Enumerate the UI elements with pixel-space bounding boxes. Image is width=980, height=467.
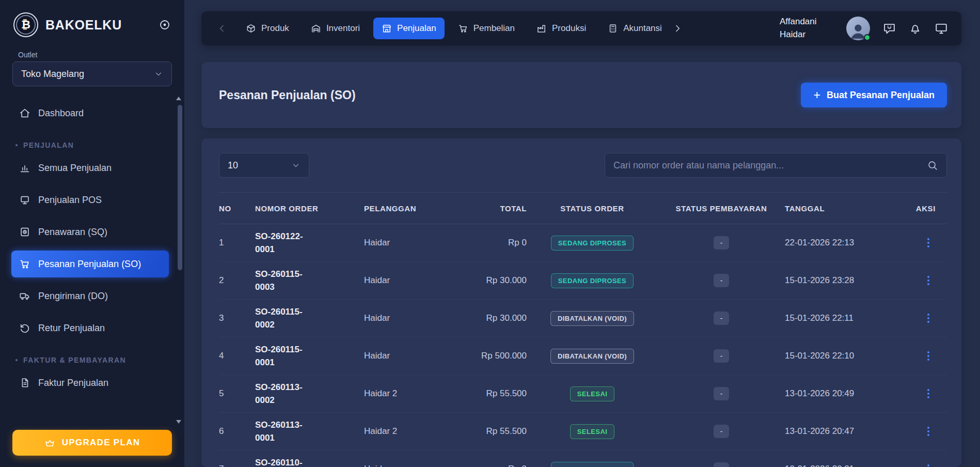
warehouse-icon (311, 23, 321, 34)
row-actions-kebab-icon[interactable] (924, 461, 932, 467)
module-nav: Produk Inventori Penjualan Pembelian Pro… (238, 18, 670, 39)
outlet-label: Outlet (18, 51, 172, 59)
outlet-select[interactable]: Toko Magelang (12, 61, 172, 86)
row-actions-kebab-icon[interactable] (924, 273, 932, 288)
cell-date: 22-01-2026 22:13 (785, 238, 904, 248)
row-actions-kebab-icon[interactable] (924, 235, 932, 251)
sidebar-item-pesanan-penjualan-so[interactable]: Pesanan Penjualan (SO) (11, 251, 169, 277)
section-label: FAKTUR & PEMBAYARAN (23, 356, 126, 364)
cell-customer: Haidar 2 (364, 426, 470, 437)
cell-date: 15-01-2026 22:10 (785, 351, 904, 361)
cell-date: 15-01-2026 23:28 (785, 275, 904, 286)
pos-terminal-icon (19, 194, 30, 206)
cart-icon (458, 23, 468, 34)
nav-item-label: Akuntansi (623, 23, 662, 34)
payment-status-badge: - (714, 312, 730, 325)
upgrade-plan-button[interactable]: UPGRADE PLAN (12, 430, 172, 456)
cell-order-number: SO-260122-0001 (255, 230, 317, 256)
order-status-badge: SELESAI (570, 424, 614, 439)
payment-status-badge: - (714, 462, 730, 467)
create-sales-order-button[interactable]: + Buat Pesanan Penjualan (801, 83, 947, 107)
sidebar-item-label: Retur Penjualan (38, 323, 105, 334)
nav-item-inventori[interactable]: Inventori (303, 18, 368, 39)
brand-logo-glyph: ₿ (21, 18, 30, 32)
nav-item-produk[interactable]: Produk (238, 18, 297, 39)
cell-order-number: SO-260113-0002 (255, 381, 317, 407)
outlet-block: Outlet Toko Magelang (12, 51, 172, 86)
cell-date: 13-01-2026 20:49 (785, 388, 904, 399)
col-header-tanggal: TANGGAL (785, 204, 904, 213)
cell-no: 2 (219, 275, 255, 286)
scrollbar-up-arrow[interactable] (176, 97, 181, 100)
cell-date: 13-01-2026 20:47 (785, 426, 904, 437)
sidebar-item-semua-penjualan[interactable]: Semua Penjualan (11, 154, 169, 181)
cell-order-number: SO-260115-0001 (255, 343, 317, 369)
order-status-badge: SEDANG DIPROSES (551, 273, 634, 288)
plus-icon: + (813, 89, 820, 101)
cell-no: 6 (219, 426, 255, 437)
payment-status-badge: - (714, 425, 730, 438)
cell-order-number: SO-260110-0001 (255, 456, 317, 467)
nav-scroll-right-icon[interactable] (670, 21, 685, 36)
cell-total: Rp 55.500 (470, 388, 527, 399)
col-header-status-pembayaran: STATUS PEMBAYARAN (658, 204, 785, 213)
order-status-badge: SEDANG DIPROSES (551, 236, 634, 251)
sidebar-item-retur-penjualan[interactable]: Retur Penjualan (11, 315, 169, 341)
row-actions-kebab-icon[interactable] (924, 386, 932, 401)
sidebar-section-faktur: FAKTUR & PEMBAYARAN (15, 356, 169, 364)
search-icon[interactable] (927, 160, 938, 171)
sidebar-item-pengiriman-do[interactable]: Pengiriman (DO) (11, 283, 169, 309)
nav-item-produksi[interactable]: Produksi (528, 18, 594, 39)
section-dot-icon (15, 359, 18, 361)
col-header-no: NO (219, 204, 255, 213)
store-icon (382, 23, 392, 34)
table-controls: 10 (219, 153, 947, 178)
nav-item-label: Produksi (552, 23, 586, 34)
nav-scroll-left-icon[interactable] (215, 21, 229, 36)
payment-status-badge: - (714, 349, 730, 363)
table-row: 3 SO-260115-0002 Haidar Rp 30.000 DIBATA… (219, 300, 947, 337)
col-header-status-order: STATUS ORDER (527, 204, 658, 213)
display-monitor-icon[interactable] (935, 22, 948, 35)
order-status-badge: SEDANG DIPROSES (551, 462, 634, 467)
page-size-select[interactable]: 10 (219, 153, 309, 178)
sidebar-collapse-toggle-icon[interactable] (159, 19, 171, 31)
user-avatar[interactable] (846, 17, 870, 40)
feedback-chat-icon[interactable] (883, 22, 896, 35)
search-input[interactable] (613, 160, 921, 171)
sidebar-item-label: Semua Penjualan (38, 163, 112, 174)
chevron-down-icon (154, 69, 163, 79)
nav-item-akuntansi[interactable]: Akuntansi (599, 18, 670, 39)
sidebar-item-dashboard[interactable]: Dashboard (11, 100, 169, 127)
cell-customer: Haidar (364, 464, 470, 467)
bar-chart-icon (19, 162, 30, 174)
cell-total: Rp 30.000 (470, 275, 527, 286)
nav-item-label: Penjualan (397, 23, 436, 34)
table-row: 7 SO-260110-0001 Haidar Rp 0 SEDANG DIPR… (219, 450, 947, 467)
row-actions-kebab-icon[interactable] (924, 348, 932, 364)
payment-status-badge: - (714, 236, 730, 250)
cell-no: 4 (219, 351, 255, 361)
cell-date: 10-01-2026 20:31 (785, 464, 904, 467)
row-actions-kebab-icon[interactable] (924, 424, 932, 439)
sidebar-item-faktur-penjualan[interactable]: Faktur Penjualan (11, 369, 169, 396)
table-row: 5 SO-260113-0002 Haidar 2 Rp 55.500 SELE… (219, 375, 947, 413)
col-header-total: TOTAL (470, 204, 527, 213)
cart-icon (19, 258, 30, 270)
notifications-bell-icon[interactable] (909, 22, 922, 35)
orders-table-card: 10 NO NOMOR ORDER PELANGGAN (201, 138, 961, 467)
sidebar-item-penawaran-sq[interactable]: Penawaran (SQ) (11, 219, 169, 245)
nav-item-penjualan[interactable]: Penjualan (373, 18, 445, 39)
sidebar-menu: Dashboard PENJUALAN Semua Penjualan Penj… (0, 95, 184, 426)
scrollbar-thumb[interactable] (178, 105, 182, 270)
row-actions-kebab-icon[interactable] (924, 310, 932, 326)
order-status-badge: SELESAI (570, 386, 614, 401)
scrollbar-down-arrow[interactable] (176, 420, 181, 424)
sidebar-item-penjualan-pos[interactable]: Penjualan POS (11, 186, 169, 213)
nav-item-label: Pembelian (473, 23, 515, 34)
col-header-aksi: AKSI (904, 204, 947, 213)
page-content: Pesanan Penjualan (SO) + Buat Pesanan Pe… (201, 62, 961, 467)
nav-item-pembelian[interactable]: Pembelian (450, 18, 523, 39)
upgrade-plan-label: UPGRADE PLAN (62, 438, 140, 448)
user-name: Affandani Haidar (780, 15, 833, 41)
